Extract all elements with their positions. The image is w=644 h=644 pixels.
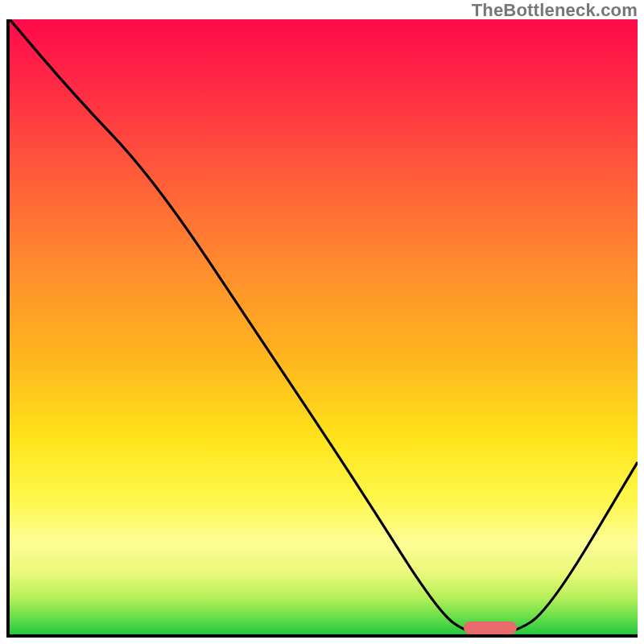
curve-line (10, 19, 638, 634)
bottleneck-curve (10, 19, 638, 634)
optimal-range-marker (464, 621, 517, 634)
plot-area (6, 19, 638, 638)
chart-container: TheBottleneck.com (0, 0, 644, 644)
watermark-text: TheBottleneck.com (472, 0, 638, 21)
